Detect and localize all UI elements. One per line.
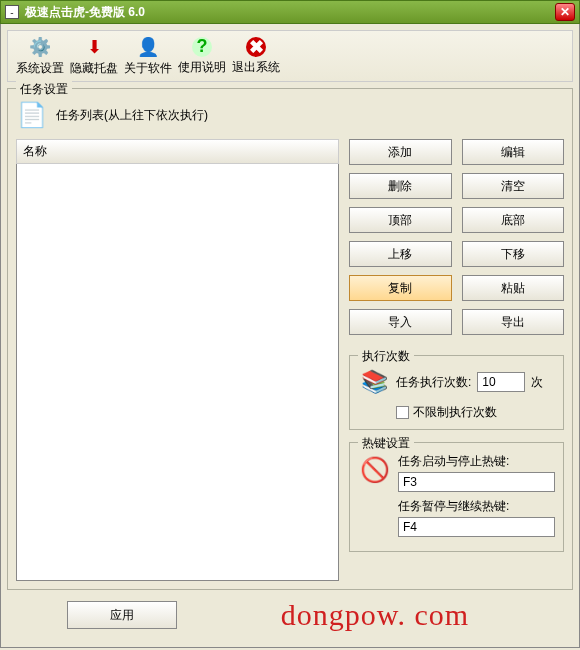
btn-添加[interactable]: 添加 [349, 139, 452, 165]
help-icon: ? [192, 37, 212, 57]
hotkey-title: 热键设置 [358, 435, 414, 452]
task-header: 📄 任务列表(从上往下依次执行) [16, 99, 564, 131]
about-label: 关于软件 [124, 60, 172, 77]
btn-下移[interactable]: 下移 [462, 241, 565, 267]
pause-hotkey-label: 任务暂停与继续热键: [398, 498, 555, 515]
hotkey-group: 热键设置 🚫 任务启动与停止热键: 任务暂停与继续热键: [349, 442, 564, 552]
exec-suffix: 次 [531, 374, 543, 391]
task-list: 名称 [16, 139, 339, 581]
toolbar: ⚙️系统设置⬇隐藏托盘👤关于软件?使用说明✖退出系统 [7, 30, 573, 82]
btn-编辑[interactable]: 编辑 [462, 139, 565, 165]
hide-tray-icon: ⬇ [82, 35, 106, 58]
task-list-icon: 📄 [16, 99, 48, 131]
toolbar-hide-tray[interactable]: ⬇隐藏托盘 [68, 35, 120, 77]
app-icon: - [5, 5, 19, 19]
btn-删除[interactable]: 删除 [349, 173, 452, 199]
about-icon: 👤 [136, 35, 160, 58]
bottom-row: 应用 dongpow. com [7, 598, 573, 632]
exec-icon: 📚 [358, 366, 390, 398]
hide-tray-label: 隐藏托盘 [70, 60, 118, 77]
group-title: 任务设置 [16, 81, 72, 98]
btn-清空[interactable]: 清空 [462, 173, 565, 199]
start-hotkey-input[interactable] [398, 472, 555, 492]
column-header-name[interactable]: 名称 [16, 139, 339, 164]
button-column: 添加编辑删除清空顶部底部上移下移复制粘贴导入导出 执行次数 📚 任务执行次数: … [349, 139, 564, 581]
task-header-text: 任务列表(从上往下依次执行) [56, 107, 208, 124]
exec-title: 执行次数 [358, 348, 414, 365]
exec-count-group: 执行次数 📚 任务执行次数: 次 不限制执行次数 [349, 355, 564, 430]
exit-icon: ✖ [246, 37, 266, 57]
btn-导入[interactable]: 导入 [349, 309, 452, 335]
window-body: ⚙️系统设置⬇隐藏托盘👤关于软件?使用说明✖退出系统 任务设置 📄 任务列表(从… [0, 24, 580, 648]
help-label: 使用说明 [178, 59, 226, 76]
task-list-body[interactable] [16, 164, 339, 581]
system-settings-icon: ⚙️ [28, 35, 52, 58]
exec-count-input[interactable] [477, 372, 525, 392]
toolbar-help[interactable]: ?使用说明 [176, 35, 228, 77]
close-button[interactable]: ✕ [555, 3, 575, 21]
hotkey-icon: 🚫 [358, 453, 392, 487]
exec-label: 任务执行次数: [396, 374, 471, 391]
window-title: 极速点击虎-免费版 6.0 [25, 4, 555, 21]
toolbar-exit[interactable]: ✖退出系统 [230, 35, 282, 77]
unlimited-label: 不限制执行次数 [413, 404, 497, 421]
start-hotkey-label: 任务启动与停止热键: [398, 453, 555, 470]
task-settings-group: 任务设置 📄 任务列表(从上往下依次执行) 名称 添加编辑删除清空顶部底部上移下… [7, 88, 573, 590]
btn-上移[interactable]: 上移 [349, 241, 452, 267]
btn-粘贴[interactable]: 粘贴 [462, 275, 565, 301]
watermark: dongpow. com [177, 598, 573, 632]
btn-顶部[interactable]: 顶部 [349, 207, 452, 233]
unlimited-checkbox[interactable] [396, 406, 409, 419]
system-settings-label: 系统设置 [16, 60, 64, 77]
titlebar: - 极速点击虎-免费版 6.0 ✕ [0, 0, 580, 24]
btn-导出[interactable]: 导出 [462, 309, 565, 335]
apply-button[interactable]: 应用 [67, 601, 177, 629]
btn-底部[interactable]: 底部 [462, 207, 565, 233]
exit-label: 退出系统 [232, 59, 280, 76]
toolbar-system-settings[interactable]: ⚙️系统设置 [14, 35, 66, 77]
toolbar-about[interactable]: 👤关于软件 [122, 35, 174, 77]
btn-复制[interactable]: 复制 [349, 275, 452, 301]
pause-hotkey-input[interactable] [398, 517, 555, 537]
